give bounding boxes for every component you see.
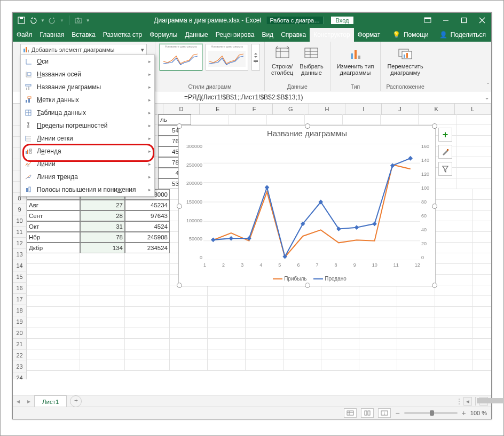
row-header-22[interactable]: 22 xyxy=(13,350,27,361)
formula-expand-icon[interactable]: ⌄ xyxy=(483,94,491,101)
sheet-tab-1[interactable]: Лист1 xyxy=(34,395,67,408)
tab-chart-design[interactable]: Конструктор xyxy=(310,28,353,42)
tab-file[interactable]: Файл xyxy=(13,28,36,42)
col-header-K[interactable]: K xyxy=(419,104,455,114)
row-header-11[interactable]: 11 xyxy=(13,227,27,238)
svg-rect-8 xyxy=(462,18,467,23)
row-header-17[interactable]: 17 xyxy=(13,294,27,305)
menu-gridlines[interactable]: Линии сетки▸ xyxy=(21,132,154,145)
chart-plus-button[interactable]: + xyxy=(438,128,452,142)
add-chart-element-button[interactable]: Добавить элемент диаграммы ▾ xyxy=(20,44,147,56)
tab-chart-format[interactable]: Формат xyxy=(354,28,384,42)
window-title: Диаграмма в диаграмме.xlsx - Excel Работ… xyxy=(94,17,419,24)
data-labels-icon xyxy=(24,96,33,104)
col-header-G[interactable]: G xyxy=(273,104,309,114)
tab-view[interactable]: Вид xyxy=(258,28,277,42)
row-header-19[interactable]: 19 xyxy=(13,316,27,328)
share-label[interactable]: Поделиться xyxy=(451,31,486,38)
tell-me-label[interactable]: Помощи xyxy=(404,31,429,38)
menu-trendline[interactable]: Линия тренда▸ xyxy=(21,170,154,183)
row-header-24[interactable]: 24 xyxy=(13,372,27,379)
chart-tools-badge: Работа с диагра… xyxy=(266,17,324,24)
legend-swatch-2 xyxy=(313,278,323,279)
tab-home[interactable]: Главная xyxy=(36,28,68,42)
col-header-L[interactable]: L xyxy=(455,104,491,114)
svg-rect-40 xyxy=(26,100,27,103)
row-header-13[interactable]: 13 xyxy=(13,249,27,260)
add-sheet-button[interactable]: + xyxy=(70,395,82,407)
lightbulb-icon[interactable]: 💡 xyxy=(392,31,400,38)
close-button[interactable] xyxy=(473,13,491,28)
col-header-H[interactable]: H xyxy=(309,104,345,114)
view-page-layout-icon[interactable] xyxy=(361,408,374,418)
menu-data-table[interactable]: Таблица данных▸ xyxy=(21,106,154,119)
chart-legend[interactable]: Прибыль Продано xyxy=(179,276,435,282)
col-header-F[interactable]: F xyxy=(236,104,272,114)
chart-styles-more[interactable] xyxy=(251,44,260,71)
col-header-E[interactable]: E xyxy=(200,104,236,114)
zoom-out-button[interactable]: − xyxy=(395,409,399,417)
tab-help[interactable]: Справка xyxy=(277,28,310,42)
tab-data[interactable]: Данные xyxy=(181,28,211,42)
select-data-button[interactable]: Выбрать данные xyxy=(297,44,325,77)
switch-row-column-button[interactable]: Строка/ столбец xyxy=(269,44,295,77)
undo-icon[interactable] xyxy=(29,16,37,25)
menu-lines[interactable]: Линии▸ xyxy=(21,158,154,170)
col-header-D[interactable]: D xyxy=(163,104,200,114)
row-header-12[interactable]: 12 xyxy=(13,238,27,249)
undo-dropdown-icon[interactable]: ▼ xyxy=(41,18,45,23)
row-header-9[interactable]: 9 xyxy=(13,204,27,215)
col-header-I[interactable]: I xyxy=(345,104,382,114)
svg-rect-18 xyxy=(305,48,318,58)
chart-filter-button[interactable] xyxy=(438,162,452,176)
chart-plot-area[interactable] xyxy=(203,144,420,260)
chart-style-2[interactable]: Название диаграммы xyxy=(206,44,248,71)
menu-legend[interactable]: Легенда▸ xyxy=(21,145,154,158)
menu-error-bars[interactable]: Пределы погрешностей▸ xyxy=(21,119,154,132)
minimize-button[interactable] xyxy=(437,13,455,28)
chart-x-axis: 123456789101112 xyxy=(203,262,420,270)
row-header-23[interactable]: 23 xyxy=(13,361,27,372)
tab-page-layout[interactable]: Разметка стр xyxy=(99,28,146,42)
tab-review[interactable]: Рецензирова xyxy=(212,28,258,42)
view-normal-icon[interactable] xyxy=(344,408,357,418)
svg-rect-30 xyxy=(26,47,27,52)
camera-icon[interactable] xyxy=(74,16,83,25)
qat-customize-icon[interactable]: ▼ xyxy=(86,18,90,23)
save-icon[interactable] xyxy=(17,16,26,25)
sheet-prev-icon[interactable]: ◂ xyxy=(13,398,23,405)
menu-data-labels[interactable]: Метки данных▸ xyxy=(21,94,154,106)
row-header-18[interactable]: 18 xyxy=(13,305,27,316)
scroll-left-icon[interactable]: ◂ xyxy=(463,397,472,406)
zoom-level[interactable]: 100 % xyxy=(470,410,487,416)
formula-input[interactable]: =РЯД(Лист1!$B$1;;Лист1!$B$2:$B$13;1) xyxy=(182,94,483,101)
row-header-14[interactable]: 14 xyxy=(13,260,27,271)
menu-chart-title[interactable]: Название диаграммы▸ xyxy=(21,81,154,94)
change-chart-type-button[interactable]: Изменить тип диаграммы xyxy=(335,44,376,77)
chart-brush-button[interactable] xyxy=(438,145,452,159)
sheet-next-icon[interactable]: ▸ xyxy=(23,398,34,405)
ribbon-display-icon[interactable] xyxy=(419,13,437,28)
menu-updown-bars[interactable]: Полосы повышения и понижения▸ xyxy=(21,183,154,196)
row-header-20[interactable]: 20 xyxy=(13,328,27,339)
login-button[interactable]: Вход xyxy=(331,17,354,24)
row-header-10[interactable]: 10 xyxy=(13,215,27,227)
horizontal-scrollbar[interactable] xyxy=(475,397,476,406)
collapse-ribbon-icon[interactable]: ˆ xyxy=(487,82,489,90)
zoom-slider[interactable] xyxy=(404,412,458,414)
zoom-in-button[interactable]: + xyxy=(462,409,466,417)
col-header-J[interactable]: J xyxy=(382,104,418,114)
menu-axes[interactable]: Оси▸ xyxy=(21,55,154,68)
view-page-break-icon[interactable] xyxy=(378,408,391,418)
chart-style-1[interactable]: Название диаграммы xyxy=(160,44,202,71)
tab-formulas[interactable]: Формулы xyxy=(146,28,181,42)
maximize-button[interactable] xyxy=(455,13,473,28)
row-header-15[interactable]: 15 xyxy=(13,271,27,283)
row-header-21[interactable]: 21 xyxy=(13,339,27,350)
move-chart-button[interactable]: Переместить диаграмму xyxy=(385,44,425,77)
menu-axis-titles[interactable]: Названия осей▸ xyxy=(21,68,154,81)
share-icon[interactable]: 👤 xyxy=(439,31,447,38)
row-header-16[interactable]: 16 xyxy=(13,283,27,294)
chart-object[interactable]: Название диаграммы 300000250000200000150… xyxy=(178,125,436,286)
tab-insert[interactable]: Вставка xyxy=(68,28,99,42)
